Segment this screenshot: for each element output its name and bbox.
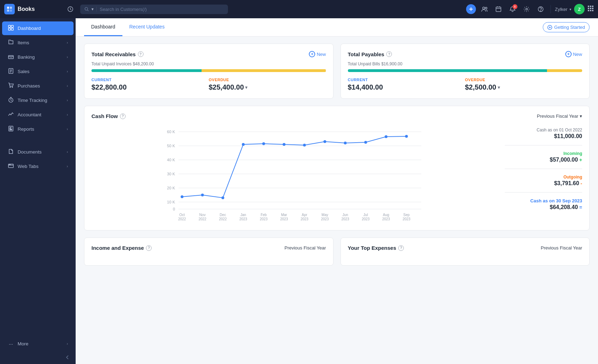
sidebar-item-accountant[interactable]: Accountant › bbox=[2, 108, 74, 122]
receivables-overdue-label: OVERDUE bbox=[209, 78, 326, 82]
chart-point-dec[interactable] bbox=[222, 196, 224, 199]
documents-icon bbox=[8, 149, 14, 155]
banking-chevron: › bbox=[67, 55, 68, 59]
chart-point-jan[interactable] bbox=[242, 143, 245, 146]
items-chevron: › bbox=[67, 41, 68, 45]
sidebar-collapse-btn[interactable] bbox=[0, 351, 76, 364]
content-header: Dashboard Recent Updates Getting Started bbox=[76, 18, 598, 37]
sidebar-item-time-tracking[interactable]: Time Tracking › bbox=[2, 93, 74, 107]
payables-dropdown-arrow[interactable]: ▾ bbox=[498, 85, 500, 90]
sidebar-item-items[interactable]: Items › bbox=[2, 36, 74, 50]
cashflow-info-icon[interactable]: ? bbox=[120, 113, 126, 119]
payables-overdue: OVERDUE $2,500.00 ▾ bbox=[465, 78, 582, 91]
stat-divider-1 bbox=[505, 145, 582, 145]
sidebar-label-web-tabs: Web Tabs bbox=[18, 164, 39, 169]
user-menu[interactable]: Zylker ▾ bbox=[555, 7, 571, 12]
incoming-value: $57,000.00 + bbox=[505, 157, 582, 163]
receivables-dropdown-arrow[interactable]: ▾ bbox=[245, 85, 247, 90]
chart-point-mar[interactable] bbox=[283, 143, 286, 146]
svg-text:2023: 2023 bbox=[382, 217, 390, 221]
search-icon bbox=[84, 7, 89, 12]
chart-point-apr[interactable] bbox=[303, 144, 306, 147]
search-input[interactable] bbox=[100, 7, 224, 12]
chart-point-jun[interactable] bbox=[344, 142, 347, 144]
svg-rect-1 bbox=[10, 7, 12, 9]
notifications-icon[interactable]: 8 bbox=[507, 4, 518, 15]
chart-point-aug[interactable] bbox=[385, 135, 388, 138]
getting-started-btn[interactable]: Getting Started bbox=[543, 22, 590, 32]
sidebar-item-reports[interactable]: Reports › bbox=[2, 122, 74, 136]
receivables-new-btn[interactable]: + New bbox=[309, 51, 326, 57]
cashflow-svg: 60 K 50 K 40 K 30 K 20 K 10 K 0 bbox=[91, 125, 498, 223]
tab-dashboard[interactable]: Dashboard bbox=[84, 18, 122, 36]
svg-rect-13 bbox=[590, 6, 591, 7]
sidebar-item-banking[interactable]: Banking › bbox=[2, 50, 74, 64]
sidebar-item-dashboard[interactable]: Dashboard bbox=[2, 21, 74, 35]
apps-grid-icon[interactable] bbox=[587, 5, 594, 13]
add-btn[interactable] bbox=[466, 4, 476, 14]
top-expenses-info-icon[interactable]: ? bbox=[398, 245, 404, 251]
chart-point-oct[interactable] bbox=[181, 195, 184, 198]
payables-info-icon[interactable]: ? bbox=[386, 51, 392, 57]
tab-recent-updates[interactable]: Recent Updates bbox=[122, 18, 172, 36]
income-expense-period[interactable]: Previous Fiscal Year bbox=[285, 245, 326, 251]
svg-rect-12 bbox=[588, 6, 589, 7]
sidebar-item-left: Time Tracking bbox=[8, 97, 47, 104]
svg-rect-3 bbox=[10, 9, 12, 12]
search-area[interactable]: ▾ bbox=[80, 5, 228, 14]
summary-cards-row: Total Receivables ? + New Total Unpaid I… bbox=[84, 44, 590, 99]
user-avatar[interactable]: Z bbox=[574, 4, 585, 14]
sidebar-item-left: Accountant bbox=[8, 111, 42, 118]
cashflow-card: Cash Flow ? Previous Fiscal Year ▾ bbox=[84, 106, 590, 230]
svg-text:2022: 2022 bbox=[219, 217, 227, 221]
notification-badge: 8 bbox=[513, 4, 517, 9]
sidebar-item-left: ··· More bbox=[8, 341, 28, 347]
chart-point-feb[interactable] bbox=[262, 142, 265, 145]
chart-point-jul[interactable] bbox=[364, 141, 367, 144]
sidebar-label-dashboard: Dashboard bbox=[18, 26, 41, 31]
chart-point-sep[interactable] bbox=[405, 135, 408, 138]
purchases-icon bbox=[8, 83, 14, 89]
sidebar-label-items: Items bbox=[18, 40, 29, 45]
payables-progress-bar bbox=[348, 69, 583, 72]
receivables-current: CURRENT $22,800.00 bbox=[91, 78, 209, 91]
sidebar-item-web-tabs[interactable]: Web Tabs › bbox=[2, 160, 74, 173]
settings-icon[interactable] bbox=[521, 4, 532, 15]
incoming-label: Incoming bbox=[505, 151, 582, 156]
receivables-overdue: OVERDUE $25,400.00 ▾ bbox=[209, 78, 326, 91]
cashflow-period-selector[interactable]: Previous Fiscal Year ▾ bbox=[537, 113, 582, 119]
payables-overdue-bar bbox=[547, 69, 582, 72]
receivables-info-icon[interactable]: ? bbox=[138, 51, 144, 57]
contacts-icon[interactable] bbox=[479, 4, 490, 15]
tabs: Dashboard Recent Updates bbox=[84, 18, 172, 36]
accountant-chevron: › bbox=[67, 113, 68, 117]
svg-text:Aug: Aug bbox=[383, 213, 389, 217]
income-expense-info-icon[interactable]: ? bbox=[146, 245, 152, 251]
svg-text:2023: 2023 bbox=[239, 217, 247, 221]
top-expenses-card: Your Top Expenses ? Previous Fiscal Year bbox=[341, 238, 590, 266]
payables-new-btn-circle: + bbox=[565, 51, 572, 57]
nav-divider bbox=[551, 5, 551, 13]
sidebar-item-documents[interactable]: Documents › bbox=[2, 145, 74, 159]
purchases-chevron: › bbox=[67, 84, 68, 88]
sidebar-item-purchases[interactable]: Purchases › bbox=[2, 79, 74, 93]
svg-text:2022: 2022 bbox=[198, 217, 206, 221]
recent-btn[interactable] bbox=[65, 4, 76, 15]
help-icon[interactable] bbox=[535, 4, 546, 15]
svg-text:2023: 2023 bbox=[260, 217, 268, 221]
sidebar-item-more[interactable]: ··· More › bbox=[2, 337, 74, 350]
svg-text:10 K: 10 K bbox=[167, 200, 175, 204]
cashflow-stats: Cash as on 01 Oct 2022 $11,000.00 Incomi… bbox=[505, 125, 582, 223]
calendar-icon[interactable] bbox=[493, 4, 504, 15]
cashflow-title: Cash Flow ? bbox=[91, 113, 126, 119]
chart-point-may[interactable] bbox=[324, 140, 326, 143]
receivables-progress-bar bbox=[91, 69, 326, 72]
chart-point-nov[interactable] bbox=[201, 194, 204, 196]
search-dropdown[interactable]: ▾ bbox=[91, 7, 97, 12]
sidebar-item-sales[interactable]: Sales › bbox=[2, 65, 74, 78]
banking-icon bbox=[8, 54, 14, 60]
payables-new-btn[interactable]: + New bbox=[565, 51, 582, 57]
top-expenses-period[interactable]: Previous Fiscal Year bbox=[541, 245, 582, 251]
play-icon bbox=[547, 25, 552, 30]
payables-amounts: CURRENT $14,400.00 OVERDUE $2,500.00 ▾ bbox=[348, 78, 583, 91]
